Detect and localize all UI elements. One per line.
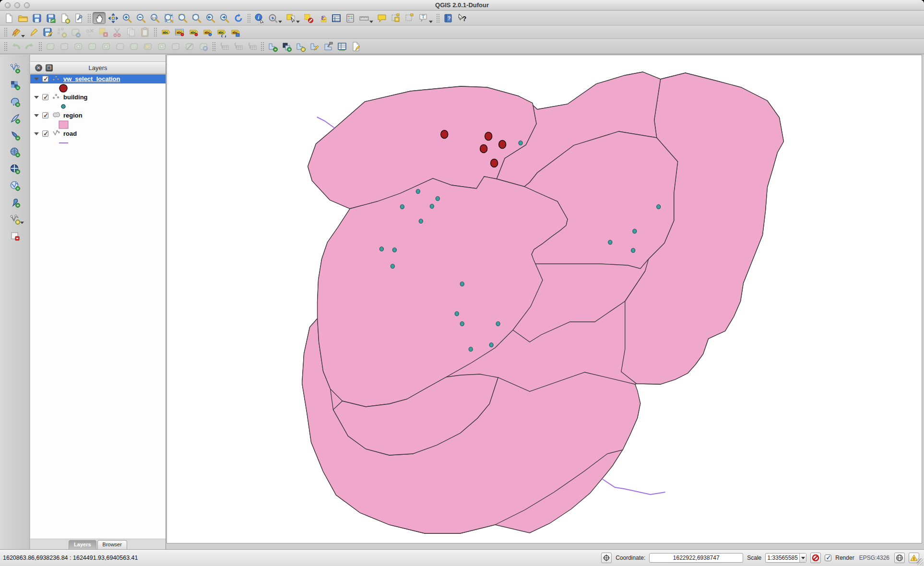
panel-close-icon[interactable]: ✕ bbox=[35, 64, 42, 71]
extents-toggle-icon[interactable] bbox=[601, 553, 612, 563]
extra-tool-5-button[interactable] bbox=[321, 41, 334, 53]
svg-text:+: + bbox=[16, 203, 19, 208]
add-mssql-layer-button[interactable]: + bbox=[8, 129, 21, 141]
new-composer-button[interactable]: ✳ bbox=[58, 12, 71, 24]
layer-item-vw_select_location[interactable]: vw_select_location bbox=[30, 74, 166, 83]
change-label-button[interactable]: abc bbox=[228, 26, 241, 38]
layer-visibility-checkbox[interactable] bbox=[42, 76, 48, 82]
add-wcs-layer-button[interactable]: + bbox=[8, 163, 21, 175]
extra-tool-1-button[interactable]: + bbox=[266, 41, 279, 53]
extra-tool-2-button[interactable]: + bbox=[280, 41, 293, 53]
stop-render-icon[interactable] bbox=[810, 553, 821, 563]
svg-text:!: ! bbox=[913, 556, 915, 561]
scale-dropdown-icon[interactable] bbox=[799, 554, 806, 562]
layer-label[interactable]: region bbox=[63, 112, 83, 119]
pan-to-selection-button[interactable] bbox=[107, 12, 119, 24]
help-contents-button[interactable]: ? bbox=[441, 12, 454, 24]
open-attribute-table-button[interactable] bbox=[330, 12, 343, 24]
layer-visibility-checkbox[interactable] bbox=[42, 130, 48, 137]
add-spatialite-layer-button[interactable]: + bbox=[8, 112, 21, 124]
labeling-options-button[interactable]: abc bbox=[159, 26, 172, 38]
dropdown-arrow-icon[interactable] bbox=[21, 35, 25, 37]
zoom-next-button[interactable] bbox=[218, 12, 231, 24]
crs-status-icon[interactable] bbox=[894, 553, 905, 563]
extra-tool-3-button[interactable]: ✳ bbox=[294, 41, 307, 53]
panel-tab-browser[interactable]: Browser bbox=[97, 540, 127, 549]
rotate-feature-button bbox=[44, 41, 57, 53]
extra-tool-6-button[interactable] bbox=[335, 41, 348, 53]
dropdown-arrow-icon[interactable] bbox=[20, 222, 24, 224]
map-tips-button[interactable] bbox=[375, 12, 388, 24]
highlight-labels-button[interactable]: abc bbox=[187, 26, 200, 38]
coordinate-input[interactable]: 1622922,6938747 bbox=[649, 553, 743, 563]
zoom-full-button[interactable] bbox=[162, 12, 175, 24]
scale-combo[interactable]: 1:33565585 bbox=[765, 553, 806, 563]
add-raster-layer-button[interactable]: + bbox=[8, 79, 21, 91]
extra-tool-4-button[interactable] bbox=[308, 41, 320, 53]
layer-expander-icon[interactable] bbox=[34, 132, 39, 135]
zoom-to-layer-button[interactable] bbox=[190, 12, 203, 24]
dropdown-arrow-icon[interactable] bbox=[429, 21, 433, 23]
measure-button[interactable] bbox=[357, 12, 370, 24]
current-edits-button[interactable] bbox=[9, 26, 22, 38]
map-view[interactable] bbox=[167, 55, 922, 543]
map-canvas[interactable] bbox=[166, 55, 922, 543]
add-vector-layer-button[interactable]: + bbox=[8, 62, 21, 74]
zoom-last-button[interactable] bbox=[204, 12, 217, 24]
extra-tool-7-button[interactable] bbox=[349, 41, 362, 53]
toolbar-digitizing: ++✕abcabcabcabcabcabc bbox=[0, 26, 924, 39]
zoom-out-button[interactable] bbox=[134, 12, 147, 24]
layer-visibility-checkbox[interactable] bbox=[42, 94, 48, 100]
add-wms-layer-button[interactable]: + bbox=[8, 146, 21, 158]
move-label-button[interactable]: abc bbox=[201, 26, 213, 38]
toggle-editing-button[interactable] bbox=[27, 26, 40, 38]
add-oracle-layer-button[interactable]: + bbox=[8, 196, 21, 208]
layer-item-road[interactable]: road bbox=[30, 129, 166, 138]
building-point bbox=[657, 205, 661, 209]
layer-label[interactable]: building bbox=[63, 94, 88, 101]
open-project-button[interactable] bbox=[16, 12, 29, 24]
field-calculator-button[interactable] bbox=[344, 12, 356, 24]
layer-item-region[interactable]: region bbox=[30, 111, 166, 120]
new-shapefile-layer-button[interactable]: ✳ bbox=[8, 213, 21, 225]
zoom-native-button[interactable]: 1:1 bbox=[148, 12, 161, 24]
rotate-label-button[interactable]: abc bbox=[214, 26, 227, 38]
pan-map-button[interactable] bbox=[93, 12, 106, 24]
save-project-button[interactable] bbox=[30, 12, 43, 24]
dropdown-arrow-icon[interactable] bbox=[296, 21, 300, 23]
run-feature-action-button[interactable] bbox=[266, 12, 279, 24]
text-annotation-button[interactable]: T bbox=[417, 12, 430, 24]
save-project-as-button[interactable] bbox=[44, 12, 57, 24]
add-wfs-layer-button[interactable]: + bbox=[8, 179, 21, 191]
zoom-in-button[interactable] bbox=[120, 12, 133, 24]
reshape-features-button bbox=[141, 41, 154, 53]
save-layer-edits-button[interactable] bbox=[41, 26, 54, 38]
layer-label[interactable]: road bbox=[63, 130, 77, 137]
layer-expander-icon[interactable] bbox=[34, 114, 39, 117]
resize-grip[interactable] bbox=[916, 558, 923, 565]
select-features-button[interactable] bbox=[284, 12, 297, 24]
composer-manager-button[interactable] bbox=[72, 12, 85, 24]
panel-float-icon[interactable]: ❐ bbox=[46, 64, 53, 71]
identify-features-button[interactable]: i bbox=[252, 12, 265, 24]
layer-expander-icon[interactable] bbox=[34, 78, 39, 81]
panel-tab-layers[interactable]: Layers bbox=[69, 540, 96, 549]
dropdown-arrow-icon[interactable] bbox=[369, 21, 373, 23]
remove-layer-button[interactable] bbox=[8, 230, 21, 242]
zoom-to-selection-button[interactable] bbox=[176, 12, 189, 24]
layer-visibility-checkbox[interactable] bbox=[42, 112, 48, 118]
show-bookmarks-button[interactable] bbox=[403, 12, 416, 24]
layer-expander-icon[interactable] bbox=[34, 96, 39, 99]
render-checkbox[interactable] bbox=[825, 554, 831, 561]
layer-item-building[interactable]: building bbox=[30, 93, 166, 102]
select-by-expression-button[interactable]: ε bbox=[316, 12, 329, 24]
new-bookmark-button[interactable]: ✳ bbox=[389, 12, 402, 24]
add-postgis-layer-button[interactable]: + bbox=[8, 95, 21, 107]
pin-labels-button[interactable]: abc bbox=[173, 26, 186, 38]
deselect-features-button[interactable] bbox=[302, 12, 315, 24]
new-project-button[interactable] bbox=[2, 12, 15, 24]
dropdown-arrow-icon[interactable] bbox=[278, 21, 282, 23]
whats-this-button[interactable]: ? bbox=[455, 12, 468, 24]
refresh-map-button[interactable] bbox=[232, 12, 245, 24]
layer-label[interactable]: vw_select_location bbox=[63, 75, 120, 83]
